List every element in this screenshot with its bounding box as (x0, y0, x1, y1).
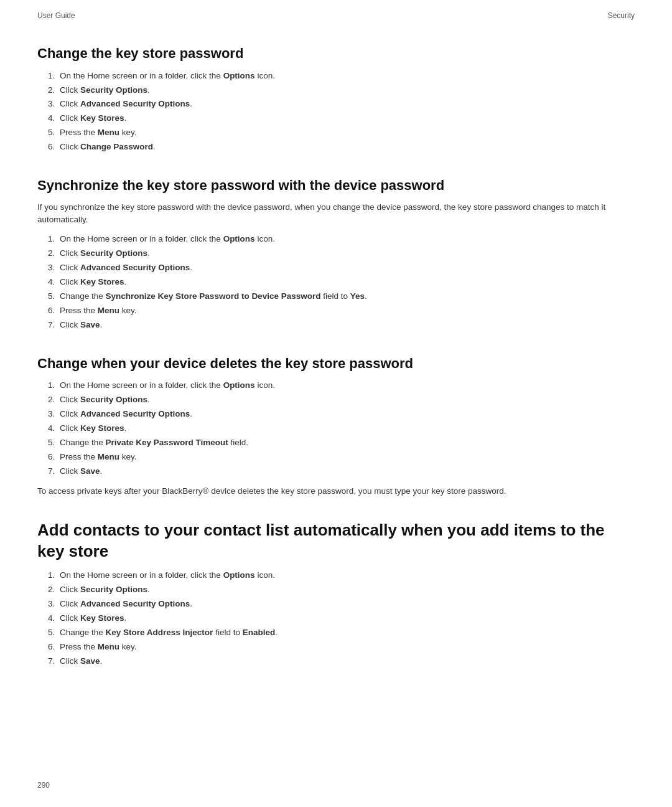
step-bold: Key Store Address Injector (106, 628, 213, 637)
step-item: Click Key Stores. (57, 275, 635, 290)
step-item: Click Advanced Security Options. (57, 597, 635, 611)
page-footer: 290 (37, 781, 50, 790)
section-change-key-store-password: Change the key store passwordOn the Home… (37, 45, 635, 154)
step-item: On the Home screen or in a folder, click… (57, 569, 635, 583)
step-item: Click Security Options. (57, 583, 635, 597)
section-title: Add contacts to your contact list automa… (37, 520, 635, 562)
step-item: Click Save. (57, 654, 635, 669)
step-bold: Menu (98, 642, 119, 651)
step-item: Press the Menu key. (57, 304, 635, 318)
steps-list: On the Home screen or in a folder, click… (37, 232, 635, 333)
header-left: User Guide (37, 11, 75, 20)
step-bold: Key Stores (80, 113, 124, 123)
step-bold: Key Stores (80, 613, 124, 623)
step-item: Click Key Stores. (57, 111, 635, 126)
page-number: 290 (37, 781, 50, 790)
step-item: Click Advanced Security Options. (57, 407, 635, 422)
step-bold: Advanced Security Options (80, 263, 190, 272)
step-item: Change the Synchronize Key Store Passwor… (57, 290, 635, 304)
step-item: Click Save. (57, 465, 635, 479)
page-content: Change the key store passwordOn the Home… (0, 20, 672, 728)
step-item: Click Save. (57, 318, 635, 333)
step-bold: Options (223, 380, 255, 390)
step-bold: Advanced Security Options (80, 409, 190, 418)
step-item: Press the Menu key. (57, 450, 635, 465)
step-bold: Security Options (80, 248, 147, 258)
step-bold: Save (80, 656, 100, 666)
step-bold: Key Stores (80, 277, 124, 286)
step-item: Click Key Stores. (57, 611, 635, 626)
step-item: Click Security Options. (57, 393, 635, 407)
step-bold-2: Enabled (243, 628, 276, 637)
step-bold: Private Key Password Timeout (106, 438, 228, 447)
step-bold: Save (80, 466, 100, 476)
steps-list: On the Home screen or in a folder, click… (37, 69, 635, 155)
header-right: Security (608, 11, 635, 20)
step-bold: Options (223, 234, 255, 243)
section-add-contacts-automatically: Add contacts to your contact list automa… (37, 520, 635, 668)
step-bold: Save (80, 320, 100, 329)
step-item: Click Advanced Security Options. (57, 97, 635, 111)
page-header: User Guide Security (0, 0, 672, 20)
step-bold: Synchronize Key Store Password to Device… (106, 291, 321, 301)
step-item: On the Home screen or in a folder, click… (57, 69, 635, 83)
section-note: To access private keys after your BlackB… (37, 485, 635, 498)
section-change-when-device-deletes: Change when your device deletes the key … (37, 355, 635, 498)
section-description: If you synchronize the key store passwor… (37, 201, 635, 227)
step-item: Press the Menu key. (57, 640, 635, 654)
step-bold: Menu (98, 128, 119, 137)
step-bold: Options (223, 570, 255, 580)
step-bold: Security Options (80, 85, 147, 95)
step-item: Click Change Password. (57, 140, 635, 154)
step-bold: Security Options (80, 585, 147, 594)
section-title: Change when your device deletes the key … (37, 355, 635, 373)
section-title: Change the key store password (37, 45, 635, 63)
step-item: Change the Key Store Address Injector fi… (57, 626, 635, 640)
step-bold: Security Options (80, 395, 147, 404)
step-bold-2: Yes (350, 291, 365, 301)
steps-list: On the Home screen or in a folder, click… (37, 569, 635, 669)
step-item: Press the Menu key. (57, 126, 635, 140)
step-item: Click Advanced Security Options. (57, 261, 635, 275)
step-bold: Advanced Security Options (80, 599, 190, 608)
step-item: Change the Private Key Password Timeout … (57, 436, 635, 450)
step-item: On the Home screen or in a folder, click… (57, 379, 635, 393)
step-bold: Key Stores (80, 423, 124, 433)
step-bold: Menu (98, 306, 119, 315)
section-title: Synchronize the key store password with … (37, 177, 635, 195)
step-bold: Advanced Security Options (80, 99, 190, 108)
step-bold: Options (223, 71, 255, 80)
step-item: Click Key Stores. (57, 422, 635, 436)
step-item: Click Security Options. (57, 247, 635, 261)
step-bold: Change Password (80, 142, 153, 151)
section-synchronize-key-store-password: Synchronize the key store password with … (37, 177, 635, 333)
step-item: On the Home screen or in a folder, click… (57, 232, 635, 247)
step-item: Click Security Options. (57, 83, 635, 98)
steps-list: On the Home screen or in a folder, click… (37, 379, 635, 479)
step-bold: Menu (98, 452, 119, 461)
